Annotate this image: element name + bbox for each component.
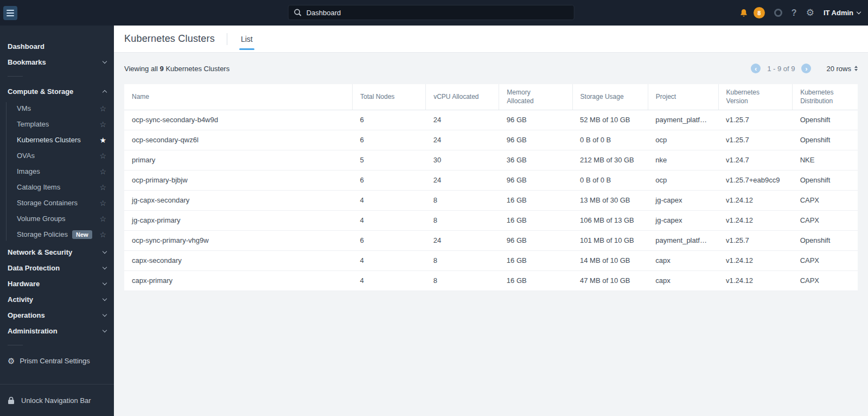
cell-kubernetes-version: v1.25.7 — [718, 130, 793, 150]
table-row[interactable]: capx-primary 4 8 16 GB 47 MB of 10 GB ca… — [124, 270, 858, 291]
sidebar-section[interactable]: Activity — [8, 292, 106, 307]
star-icon[interactable] — [99, 152, 106, 160]
star-icon[interactable] — [99, 199, 106, 207]
sidebar-item[interactable]: Catalog Items — [8, 179, 106, 195]
cell-memory-allocated: 16 GB — [499, 190, 572, 210]
sidebar-item[interactable]: Storage Policies New — [8, 226, 106, 242]
column-header[interactable]: Memory Allocated — [499, 84, 572, 110]
star-icon[interactable] — [99, 167, 106, 176]
cell-total-nodes: 6 — [352, 230, 425, 250]
star-icon[interactable] — [99, 120, 106, 129]
chevron-down-icon — [103, 281, 107, 285]
table-row[interactable]: ocp-sync-primary-vhg9w 6 24 96 GB 101 MB… — [124, 230, 858, 250]
table-row[interactable]: ocp-primary-bjbjw 6 24 96 GB 0 B of 0 B … — [124, 170, 858, 190]
cell-name: ocp-primary-bjbjw — [124, 170, 352, 190]
sidebar-item[interactable]: Kubernetes Clusters — [8, 132, 106, 148]
cell-total-nodes: 4 — [352, 270, 425, 291]
column-header[interactable]: Total Nodes — [352, 84, 425, 110]
cell-kubernetes-distribution: CAPX — [793, 270, 858, 291]
sidebar-section[interactable]: Data Protection — [8, 260, 106, 276]
table-row[interactable]: capx-secondary 4 8 16 GB 14 MB of 10 GB … — [124, 250, 858, 270]
notifications-bell-icon[interactable] — [739, 8, 749, 18]
sidebar-section[interactable]: Network & Security — [8, 244, 106, 260]
tab-list[interactable]: List — [239, 26, 254, 53]
chevron-down-icon — [103, 297, 107, 301]
page-title: Kubernetes Clusters — [124, 33, 215, 45]
star-icon[interactable] — [99, 230, 106, 239]
cell-storage-usage: 52 MB of 10 GB — [572, 110, 648, 130]
cell-memory-allocated: 96 GB — [499, 170, 572, 190]
cell-total-nodes: 4 — [352, 190, 425, 210]
sidebar-sections: Network & Security Data Protection Hardw… — [8, 244, 106, 339]
column-header[interactable]: Project — [648, 84, 718, 110]
cell-storage-usage: 101 MB of 10 GB — [572, 230, 648, 250]
chevron-down-icon — [103, 59, 107, 64]
cell-kubernetes-distribution: Openshift — [793, 170, 858, 190]
chevron-down-icon — [103, 249, 107, 254]
column-header[interactable]: Kubernetes Version — [718, 84, 793, 110]
column-header[interactable]: Storage Usage — [572, 84, 648, 110]
cell-memory-allocated: 16 GB — [499, 210, 572, 230]
cell-storage-usage: 13 MB of 30 GB — [572, 190, 648, 210]
cell-name: jg-capx-secondary — [124, 190, 352, 210]
global-search-input[interactable]: Dashboard — [288, 5, 575, 20]
sidebar-item[interactable]: Templates — [8, 116, 106, 132]
star-icon[interactable] — [99, 104, 106, 113]
table-row[interactable]: ocp-secondary-qwz6l 6 24 96 GB 0 B of 0 … — [124, 130, 858, 150]
sidebar-divider — [8, 76, 23, 77]
cell-project: nke — [648, 150, 718, 170]
notification-count-badge[interactable]: 8 — [754, 7, 765, 18]
cell-name: primary — [124, 150, 352, 170]
cell-kubernetes-version: v1.24.12 — [718, 270, 793, 291]
cell-project: capx — [648, 270, 718, 291]
star-icon[interactable] — [99, 183, 106, 192]
sidebar-item[interactable]: VMs — [8, 100, 106, 116]
cell-storage-usage: 14 MB of 10 GB — [572, 250, 648, 270]
status-ring-icon[interactable] — [774, 9, 782, 17]
cell-vcpu-allocated: 24 — [426, 130, 499, 150]
user-label: IT Admin — [824, 9, 853, 17]
chevron-up-icon — [103, 90, 107, 94]
sidebar-section[interactable]: Operations — [8, 307, 106, 323]
rows-per-page-select[interactable]: 20 rows — [826, 65, 858, 73]
sidebar-item-bookmarks[interactable]: Bookmarks — [8, 54, 106, 70]
column-header[interactable]: Name — [124, 84, 352, 110]
table-row[interactable]: jg-capx-primary 4 8 16 GB 106 MB of 13 G… — [124, 210, 858, 230]
cell-memory-allocated: 16 GB — [499, 250, 572, 270]
star-icon[interactable] — [99, 215, 106, 223]
pagination-next-button[interactable]: › — [801, 64, 811, 73]
pagination-range: 1 - 9 of 9 — [767, 65, 795, 73]
cell-storage-usage: 0 B of 0 B — [572, 130, 648, 150]
cell-project: jg-capex — [648, 190, 718, 210]
sidebar-item[interactable]: Volume Groups — [8, 211, 106, 226]
cell-total-nodes: 5 — [352, 150, 425, 170]
cell-kubernetes-version: v1.24.7 — [718, 150, 793, 170]
pagination-prev-button[interactable]: ‹ — [751, 64, 761, 73]
sidebar-section[interactable]: Hardware — [8, 276, 106, 292]
prism-central-settings[interactable]: ⚙ Prism Central Settings — [8, 352, 106, 369]
help-icon[interactable]: ? — [792, 8, 797, 18]
column-header[interactable]: Kubernetes Distribution — [793, 84, 858, 110]
settings-gear-icon[interactable]: ⚙ — [806, 8, 814, 17]
hamburger-menu-icon[interactable] — [3, 6, 17, 20]
viewing-count: 9 — [160, 65, 164, 73]
user-menu[interactable]: IT Admin — [824, 9, 860, 17]
table-row[interactable]: ocp-sync-secondary-b4w9d 6 24 96 GB 52 M… — [124, 110, 858, 130]
sidebar-item-dashboard[interactable]: Dashboard — [8, 39, 106, 54]
star-icon[interactable] — [99, 136, 106, 144]
table-row[interactable]: primary 5 30 36 GB 212 MB of 30 GB nke v… — [124, 150, 858, 170]
cell-memory-allocated: 36 GB — [499, 150, 572, 170]
table-row[interactable]: jg-capx-secondary 4 8 16 GB 13 MB of 30 … — [124, 190, 858, 210]
cell-kubernetes-distribution: Openshift — [793, 110, 858, 130]
sidebar-item[interactable]: Storage Containers — [8, 195, 106, 211]
sidebar-item[interactable]: Images — [8, 163, 106, 179]
chevron-down-icon — [103, 265, 107, 269]
sidebar-group-compute-storage[interactable]: Compute & Storage — [8, 84, 106, 99]
column-header[interactable]: vCPU Allocated — [426, 84, 499, 110]
sidebar-section[interactable]: Administration — [8, 323, 106, 339]
sidebar-item[interactable]: OVAs — [8, 148, 106, 163]
cell-total-nodes: 6 — [352, 170, 425, 190]
unlock-navigation-bar[interactable]: Unlock Navigation Bar — [0, 384, 114, 416]
cell-name: ocp-secondary-qwz6l — [124, 130, 352, 150]
cell-kubernetes-version: v1.25.7 — [718, 110, 793, 130]
